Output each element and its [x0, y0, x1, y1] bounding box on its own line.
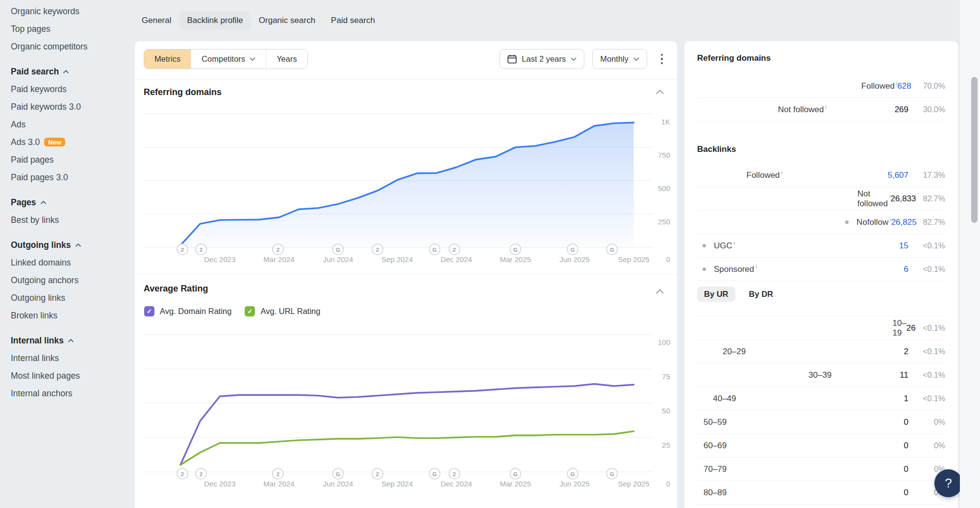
distribution-row-20-29: 20–292<0.1%: [697, 340, 945, 363]
sidebar-item-ads[interactable]: Ads: [11, 116, 130, 133]
view-segmented-control: MetricsCompetitorsYears: [144, 49, 308, 69]
info-icon[interactable]: i: [734, 240, 735, 246]
sidebar-item-internal-links[interactable]: Internal links: [11, 349, 130, 367]
tab-by-dr[interactable]: By DR: [742, 287, 780, 302]
stat-value[interactable]: 15: [899, 241, 908, 251]
legend-item-avg-domain-rating[interactable]: ✓Avg. Domain Rating: [144, 306, 231, 316]
stat-value: 0: [904, 417, 908, 427]
sidebar-item-internal-anchors[interactable]: Internal anchors: [11, 385, 130, 402]
svg-text:Sep 2025: Sep 2025: [618, 480, 649, 488]
sidebar-item-outgoing-anchors[interactable]: Outgoing anchors: [11, 271, 130, 289]
sidebar-item-organic-competitors[interactable]: Organic competitors: [11, 38, 130, 55]
svg-text:750: 750: [658, 151, 670, 159]
segment-competitors[interactable]: Competitors: [191, 49, 266, 69]
info-icon[interactable]: i: [825, 104, 826, 110]
backlinks-row-nofollow: Nofollowi26,82582.7%: [697, 211, 945, 234]
sidebar-item-top-pages[interactable]: Top pages: [11, 20, 130, 38]
stat-value[interactable]: 6: [904, 265, 908, 274]
svg-text:G: G: [432, 247, 437, 253]
tab-by-ur[interactable]: By UR: [697, 287, 735, 302]
checkbox-avg-url-rating[interactable]: ✓: [245, 306, 255, 316]
stat-percent: <0.1%: [915, 394, 945, 403]
sidebar-item-label: Paid keywords: [11, 84, 67, 95]
svg-text:Mar 2025: Mar 2025: [500, 255, 531, 264]
sidebar-section-outgoing-links[interactable]: Outgoing links: [11, 236, 130, 254]
tab-organic-search[interactable]: Organic search: [251, 11, 323, 30]
sidebar-item-ads-3-0[interactable]: Ads 3.0New: [11, 133, 130, 151]
svg-text:Mar 2025: Mar 2025: [500, 480, 531, 488]
tab-backlink-profile[interactable]: Backlink profile: [179, 11, 251, 30]
sidebar-item-label: Paid pages: [11, 155, 54, 165]
stat-value[interactable]: 5,607: [887, 170, 908, 180]
chevron-up-icon: [68, 339, 74, 343]
sidebar-item-paid-keywords-3-0[interactable]: Paid keywords 3.0: [11, 98, 130, 116]
stat-value[interactable]: 26,825: [891, 218, 917, 227]
referring-domains-chart[interactable]: 1K7505002500Dec 2023Mar 2024Jun 2024Sep …: [135, 100, 677, 272]
collapse-section-icon[interactable]: [655, 289, 664, 294]
svg-text:2: 2: [276, 247, 279, 253]
stat-percent: 17.3%: [915, 171, 945, 180]
sidebar-item-best-by-links[interactable]: Best by links: [11, 211, 130, 229]
granularity-label: Monthly: [600, 54, 628, 64]
sidebar-item-organic-keywords[interactable]: Organic keywords: [11, 2, 130, 20]
help-button[interactable]: ?: [934, 469, 962, 497]
chevron-up-icon: [75, 243, 81, 247]
sidebar-item-paid-keywords[interactable]: Paid keywords: [11, 80, 130, 98]
sidebar-item-linked-domains[interactable]: Linked domains: [11, 254, 130, 271]
collapse-section-icon[interactable]: [655, 89, 664, 95]
svg-text:Mar 2024: Mar 2024: [263, 480, 294, 488]
checkbox-avg-domain-rating[interactable]: ✓: [144, 306, 154, 316]
date-range-button[interactable]: Last 2 years: [500, 49, 584, 69]
svg-text:2: 2: [376, 247, 379, 253]
granularity-button[interactable]: Monthly: [592, 49, 647, 69]
legend-item-avg-url-rating[interactable]: ✓Avg. URL Rating: [245, 306, 320, 316]
referring-domains-row-not-followed: Not followedi26930.0%: [697, 98, 945, 121]
stat-percent: 82.7%: [923, 218, 945, 227]
referring-domains-row-followed: Followedi62870.0%: [697, 74, 945, 98]
stat-label: 50–59: [697, 417, 904, 427]
section-title-referring-domains: Referring domains: [697, 51, 945, 65]
svg-text:G: G: [432, 471, 437, 477]
sidebar-item-label: Internal anchors: [11, 388, 73, 399]
tab-general[interactable]: General: [134, 11, 179, 30]
sidebar-item-paid-pages[interactable]: Paid pages: [11, 151, 130, 169]
sidebar-item-paid-pages-3-0[interactable]: Paid pages 3.0: [11, 169, 130, 186]
sidebar-section-paid-search[interactable]: Paid search: [11, 63, 130, 80]
segment-label: Competitors: [201, 54, 245, 64]
stat-value: 269: [895, 105, 908, 115]
tab-paid-search[interactable]: Paid search: [323, 11, 383, 30]
sidebar-item-most-linked-pages[interactable]: Most linked pages: [11, 367, 130, 385]
stat-label: Not followedi: [851, 189, 891, 209]
sidebar-item-label: Outgoing anchors: [11, 275, 78, 286]
average-rating-chart-title: Average Rating: [144, 284, 208, 294]
svg-text:250: 250: [658, 218, 670, 226]
segment-years[interactable]: Years: [266, 49, 307, 69]
info-icon[interactable]: i: [781, 169, 782, 175]
sidebar-item-broken-links[interactable]: Broken links: [11, 307, 130, 324]
sidebar: Organic keywordsTop pagesOrganic competi…: [0, 0, 130, 508]
info-icon[interactable]: i: [755, 264, 756, 269]
scrollbar-thumb[interactable]: [971, 77, 978, 223]
segment-metrics[interactable]: Metrics: [144, 49, 191, 69]
sidebar-item-label: Paid pages 3.0: [11, 172, 68, 183]
svg-text:Dec 2023: Dec 2023: [204, 255, 235, 264]
stat-percent: <0.1%: [915, 242, 945, 250]
backlinks-row-not-followed: Not followedi26,83382.7%: [697, 187, 945, 211]
distribution-row-50-59: 50–5900%: [697, 411, 945, 434]
sidebar-item-label: Best by links: [11, 215, 59, 225]
bullet-dot: [703, 267, 706, 271]
date-range-label: Last 2 years: [522, 54, 566, 64]
legend-label: Avg. URL Rating: [260, 307, 320, 316]
svg-text:Sep 2024: Sep 2024: [381, 480, 413, 488]
sidebar-item-outgoing-links[interactable]: Outgoing links: [11, 289, 130, 307]
stat-value: 11: [900, 370, 908, 380]
stat-value[interactable]: 628: [897, 81, 911, 91]
more-options-button[interactable]: [655, 49, 668, 69]
sidebar-section-pages[interactable]: Pages: [11, 194, 130, 211]
average-rating-chart[interactable]: 1007550250Dec 2023Mar 2024Jun 2024Sep 20…: [135, 323, 677, 495]
svg-text:25: 25: [662, 441, 670, 449]
segment-label: Years: [276, 54, 297, 64]
stat-percent: 0%: [915, 418, 945, 427]
bullet-dot: [703, 244, 706, 247]
sidebar-section-internal-links[interactable]: Internal links: [11, 332, 130, 349]
